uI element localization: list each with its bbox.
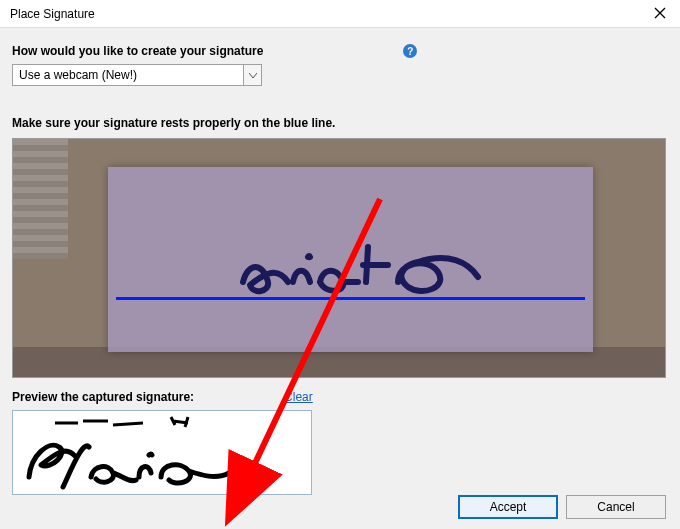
cancel-button[interactable]: Cancel	[566, 495, 666, 519]
instruction-label: Make sure your signature rests properly …	[12, 116, 668, 130]
window-title: Place Signature	[10, 7, 95, 21]
question-label: How would you like to create your signat…	[12, 44, 263, 58]
accept-button[interactable]: Accept	[458, 495, 558, 519]
webcam-signature-stroke	[238, 227, 498, 307]
background-object	[13, 139, 68, 259]
close-button[interactable]	[640, 0, 680, 28]
preview-label: Preview the captured signature:	[12, 390, 194, 404]
chevron-down-icon	[249, 70, 257, 81]
signature-paper	[108, 167, 593, 352]
webcam-preview	[12, 138, 666, 378]
select-dropdown-button[interactable]	[243, 65, 261, 85]
dialog-content: How would you like to create your signat…	[0, 28, 680, 505]
dialog-buttons: Accept Cancel	[458, 495, 666, 519]
signature-preview-box	[12, 410, 312, 495]
help-icon[interactable]: ?	[403, 44, 417, 58]
titlebar: Place Signature	[0, 0, 680, 28]
preview-artifact	[53, 415, 203, 429]
preview-signature-stroke	[21, 435, 241, 490]
close-icon	[654, 6, 666, 22]
clear-link[interactable]: Clear	[284, 390, 313, 404]
signature-method-select[interactable]: Use a webcam (New!)	[12, 64, 262, 86]
select-value: Use a webcam (New!)	[13, 68, 243, 82]
